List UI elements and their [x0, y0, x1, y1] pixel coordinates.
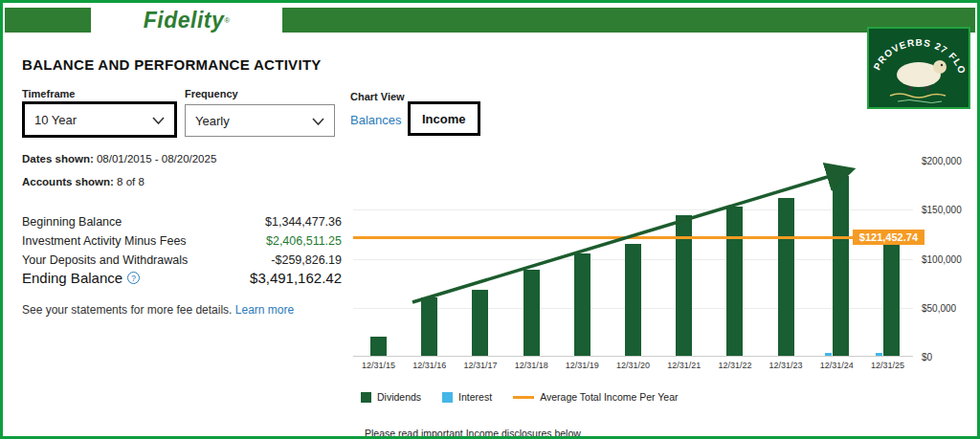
- interest-bar: [876, 353, 882, 356]
- statement-note: See your statements for more fee details…: [22, 303, 294, 317]
- chart-legend: DividendsInterestAverage Total Income Pe…: [361, 391, 679, 403]
- dividend-bar: [370, 337, 387, 357]
- page-title: BALANCE AND PERFORMANCE ACTIVITY: [22, 56, 322, 73]
- frequency-value: Yearly: [195, 114, 230, 128]
- dividend-bar: [472, 290, 488, 356]
- dividend-bar: [726, 207, 743, 356]
- frequency-label: Frequency: [185, 88, 238, 99]
- interest-bar: [825, 353, 832, 356]
- x-axis-label: 12/31/18: [506, 361, 557, 370]
- row-label: Investment Activity Minus Fees: [22, 231, 187, 251]
- accounts-shown-value: 8 of 8: [117, 176, 145, 187]
- row-value: $2,406,511.25: [266, 231, 342, 251]
- y-axis-label: $100,000: [922, 254, 962, 265]
- dividends-swatch: [361, 392, 371, 403]
- accounts-shown: Accounts shown: 8 of 8: [22, 176, 145, 187]
- registered-mark: ®: [224, 16, 230, 25]
- bar-group: [709, 161, 760, 356]
- frequency-select[interactable]: Yearly: [185, 104, 335, 137]
- chart-view-label: Chart View: [350, 91, 405, 102]
- bar-group: [862, 161, 913, 356]
- average-income-value-badge: $121,452.74: [853, 230, 924, 245]
- y-axis: $200,000$150,000$100,000$50,000$0: [922, 161, 977, 357]
- dividend-bar: [421, 297, 437, 357]
- tab-income[interactable]: Income: [408, 101, 480, 136]
- bar-group: [404, 161, 455, 356]
- badge-script-flourish: [890, 94, 946, 98]
- x-axis-label: 12/31/21: [658, 361, 709, 370]
- x-axis-label: 12/31/17: [455, 361, 505, 370]
- legend-label: Average Total Income Per Year: [540, 391, 678, 403]
- accounts-shown-label: Accounts shown:: [22, 176, 114, 187]
- row-label: Your Deposits and Withdrawals: [22, 251, 188, 270]
- bar-group: [353, 161, 404, 356]
- proverbs-flocks-badge: PROVERBS 27 FLOCKS: [867, 27, 970, 109]
- x-axis-label: 12/31/22: [709, 361, 760, 370]
- table-row: Beginning Balance $1,344,477.36: [22, 212, 342, 231]
- x-axis-label: 12/31/20: [608, 361, 658, 370]
- table-row: Investment Activity Minus Fees $2,406,51…: [22, 231, 342, 251]
- y-axis-label: $0: [922, 352, 932, 362]
- dividend-bar: [778, 198, 794, 356]
- legend-item: Dividends: [361, 391, 421, 403]
- fidelity-balance-performance-page: { "header": { "logo_text": "Fidelity", "…: [0, 0, 980, 439]
- bar-group: [455, 161, 505, 356]
- chart-bars: [353, 161, 913, 356]
- bar-group: [658, 161, 709, 356]
- x-axis-label: 12/31/25: [862, 361, 913, 370]
- x-axis-label: 12/31/16: [404, 361, 455, 370]
- timeframe-value: 10 Year: [34, 113, 77, 127]
- statement-note-text: See your statements for more fee details…: [22, 303, 232, 317]
- chevron-down-icon: [312, 114, 324, 128]
- learn-more-link[interactable]: Learn more: [235, 303, 294, 317]
- dividend-bar: [625, 244, 641, 356]
- table-row: Your Deposits and Withdrawals -$259,826.…: [22, 251, 342, 270]
- ending-balance-value: $3,491,162.42: [250, 270, 342, 286]
- ending-balance-row: Ending Balance ? $3,491,162.42: [22, 270, 342, 286]
- chevron-down-icon: [152, 113, 165, 127]
- bar-group: [608, 161, 658, 356]
- ending-balance-text: Ending Balance: [22, 270, 122, 286]
- y-axis-label: $150,000: [922, 205, 962, 215]
- row-value: -$259,826.19: [271, 251, 342, 270]
- legend-label: Interest: [458, 391, 492, 403]
- dividend-bar: [833, 176, 849, 356]
- x-axis: 12/31/1512/31/1612/31/1712/31/1812/31/19…: [353, 361, 913, 370]
- row-value: $1,344,477.36: [265, 212, 342, 231]
- x-axis-label: 12/31/19: [557, 361, 608, 370]
- sheep-badge-graphic: PROVERBS 27 FLOCKS: [869, 29, 969, 107]
- tab-balances[interactable]: Balances: [350, 113, 401, 127]
- dates-shown-value: 08/01/2015 - 08/20/2025: [97, 153, 216, 165]
- legend-item: Interest: [442, 391, 492, 403]
- income-chart: $121,452.74 $200,000$150,000$100,000$50,…: [353, 156, 977, 439]
- average-income-line: [353, 236, 913, 239]
- x-axis-label: 12/31/23: [761, 361, 812, 370]
- legend-item: Average Total Income Per Year: [513, 391, 678, 403]
- badge-script-flourish-2: [898, 100, 942, 103]
- ending-balance-label: Ending Balance ?: [22, 270, 140, 286]
- bar-group: [812, 161, 862, 356]
- average-line-swatch: [513, 396, 534, 399]
- bar-group: [557, 161, 608, 356]
- row-label: Beginning Balance: [22, 212, 122, 231]
- legend-label: Dividends: [377, 391, 421, 403]
- timeframe-label: Timeframe: [22, 88, 75, 99]
- y-axis-label: $50,000: [922, 303, 956, 314]
- dates-shown: Dates shown: 08/01/2015 - 08/20/2025: [22, 153, 216, 165]
- info-icon[interactable]: ?: [127, 272, 140, 284]
- dividend-bar: [523, 270, 540, 356]
- chart-plot-area: $121,452.74: [353, 161, 913, 357]
- dividend-bar: [574, 253, 590, 356]
- y-axis-label: $200,000: [922, 156, 962, 166]
- sheep-icon: [897, 60, 947, 91]
- fidelity-logo-text: Fidelity: [144, 8, 225, 33]
- timeframe-select[interactable]: 10 Year: [22, 101, 177, 138]
- dates-shown-label: Dates shown:: [22, 153, 94, 165]
- x-axis-label: 12/31/15: [353, 361, 404, 370]
- interest-swatch: [442, 392, 453, 403]
- balance-summary-table: Beginning Balance $1,344,477.36 Investme…: [22, 212, 342, 270]
- dividend-bar: [883, 245, 900, 356]
- bar-group: [506, 161, 557, 356]
- fidelity-logo: Fidelity®: [91, 5, 282, 35]
- chart-footnote: Please read important Income disclosures…: [365, 428, 581, 439]
